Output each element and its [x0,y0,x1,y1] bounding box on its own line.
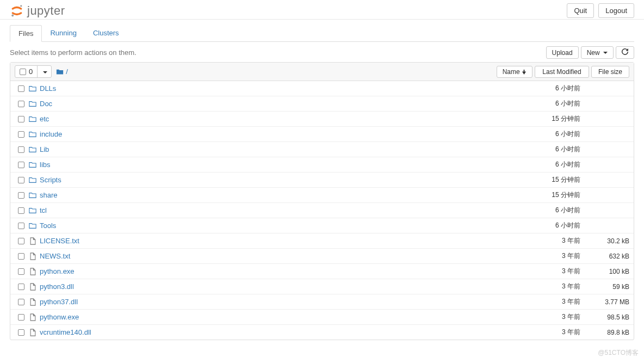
action-hint: Select items to perform actions on them. [10,48,137,57]
folder-icon [28,100,38,108]
item-modified: 6 小时前 [515,221,580,230]
list-item: python3.dll3 年前59 kB [10,279,634,294]
item-name[interactable]: LICENSE.txt [38,237,515,245]
item-modified: 6 小时前 [515,130,580,139]
row-checkbox[interactable] [18,299,24,305]
item-name[interactable]: NEWS.txt [38,252,515,260]
row-checkbox[interactable] [18,131,24,138]
row-checkbox[interactable] [18,116,24,122]
list-item: libs6 小时前 [10,157,634,173]
list-item: vcruntime140.dll3 年前89.8 kB [10,325,634,340]
sort-name-button[interactable]: Name [497,66,532,78]
new-button[interactable]: New [581,46,614,59]
row-checkbox[interactable] [18,268,24,275]
select-all-checkbox-wrap[interactable]: 0 [15,66,38,77]
row-checkbox[interactable] [18,101,24,107]
file-icon [28,313,38,321]
row-checkbox-wrap [15,146,28,153]
toolbar-right: Upload New [546,46,634,59]
list-item: share15 分钟前 [10,188,634,203]
list-item: Lib6 小时前 [10,142,634,157]
row-checkbox[interactable] [18,146,24,153]
row-checkbox[interactable] [18,253,24,260]
row-checkbox-wrap [15,192,28,199]
folder-icon [28,192,38,199]
breadcrumb-root: / [66,67,68,76]
list-item: pythonw.exe3 年前98.5 kB [10,310,634,325]
item-name[interactable]: python3.dll [38,282,515,291]
row-checkbox[interactable] [18,329,24,336]
list-item: Doc6 小时前 [10,96,634,112]
folder-icon [28,176,38,184]
chevron-down-icon [43,71,47,73]
item-name[interactable]: include [38,130,515,138]
item-size: 89.8 kB [580,329,629,336]
item-name[interactable]: vcruntime140.dll [38,328,515,336]
sort-modified-button[interactable]: Last Modified [535,66,589,78]
row-checkbox[interactable] [18,207,24,214]
item-modified: 3 年前 [515,328,580,337]
row-checkbox[interactable] [18,192,24,199]
file-icon [28,268,38,275]
row-checkbox[interactable] [18,177,24,183]
item-name[interactable]: Doc [38,100,515,108]
select-all-checkbox[interactable] [20,69,26,75]
row-checkbox[interactable] [18,238,24,244]
item-name[interactable]: pythonw.exe [38,313,515,321]
row-checkbox[interactable] [18,85,24,92]
breadcrumb[interactable]: / [56,67,68,76]
file-icon [28,329,38,336]
item-name[interactable]: Tools [38,222,515,230]
list-item: python37.dll3 年前3.77 MB [10,294,634,310]
item-name[interactable]: libs [38,161,515,169]
header-bar: jupyter Quit Logout [0,0,644,20]
item-name[interactable]: Scripts [38,176,515,184]
row-checkbox-wrap [15,207,28,214]
row-checkbox-wrap [15,131,28,138]
row-checkbox[interactable] [18,162,24,168]
item-modified: 3 年前 [515,297,580,306]
item-modified: 3 年前 [515,312,580,322]
item-name[interactable]: share [38,191,515,199]
select-all-dropdown[interactable] [38,66,51,77]
jupyter-logo[interactable]: jupyter [10,4,65,18]
folder-icon [28,222,38,230]
row-checkbox-wrap [15,238,28,244]
row-checkbox-wrap [15,253,28,260]
logout-button[interactable]: Logout [598,3,634,18]
row-checkbox[interactable] [18,284,24,290]
item-name[interactable]: tcl [38,206,515,214]
item-modified: 15 分钟前 [515,175,580,184]
file-icon [28,237,38,245]
upload-button[interactable]: Upload [546,46,579,59]
row-checkbox-wrap [15,177,28,183]
item-name[interactable]: etc [38,115,515,123]
arrow-down-icon [522,70,527,75]
file-icon [28,298,38,306]
tab-running[interactable]: Running [42,25,84,41]
item-size: 100 kB [580,268,629,275]
item-name[interactable]: Lib [38,145,515,153]
refresh-button[interactable] [616,46,634,59]
row-checkbox-wrap [15,284,28,290]
row-checkbox-wrap [15,116,28,122]
item-modified: 6 小时前 [515,145,580,154]
row-checkbox[interactable] [18,223,24,229]
item-name[interactable]: DLLs [38,84,515,93]
row-checkbox-wrap [15,101,28,107]
quit-button[interactable]: Quit [567,3,594,18]
tab-files[interactable]: Files [10,25,42,42]
item-modified: 15 分钟前 [515,190,580,200]
list-header: 0 / Name Last Modified File size [10,63,634,81]
item-modified: 6 小时前 [515,99,580,108]
tab-clusters[interactable]: Clusters [85,25,127,41]
item-name[interactable]: python37.dll [38,298,515,306]
list-item: tcl6 小时前 [10,203,634,218]
folder-icon [28,85,38,93]
row-checkbox[interactable] [18,314,24,321]
sort-size-button[interactable]: File size [591,66,629,78]
folder-icon [28,146,38,153]
list-item: include6 小时前 [10,127,634,142]
item-name[interactable]: python.exe [38,267,515,275]
item-modified: 6 小时前 [515,206,580,215]
